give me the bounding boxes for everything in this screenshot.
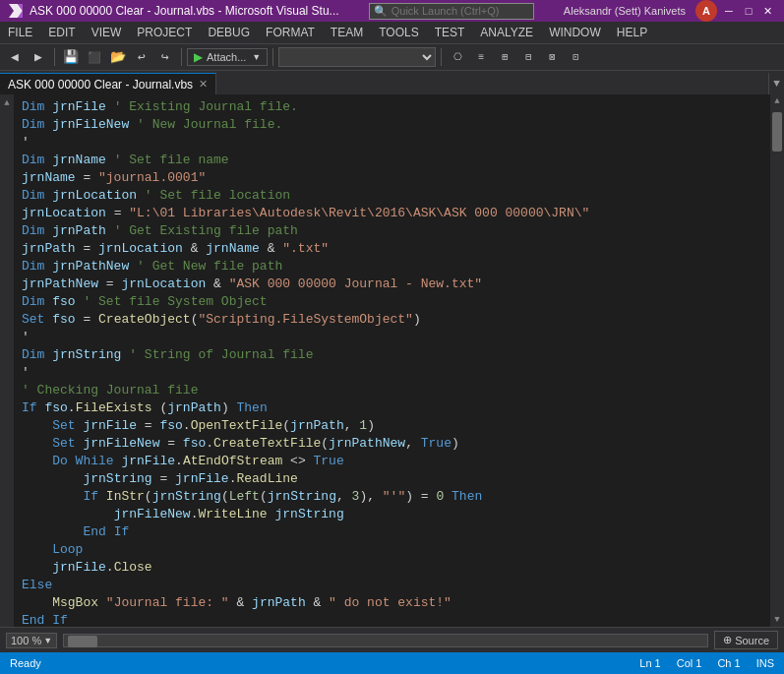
titlebar-controls: Aleksandr (Sett) Kanivets A ─ □ ✕ <box>564 0 776 22</box>
titlebar: ASK 000 00000 Clear - Journal.vbs - Micr… <box>0 0 784 22</box>
code-line: jrnPathNew = jrnLocation & "ASK 000 0000… <box>22 276 770 293</box>
forward-button[interactable]: ▶ <box>28 46 49 68</box>
menu-debug[interactable]: DEBUG <box>200 22 258 43</box>
menu-help[interactable]: HELP <box>609 22 655 43</box>
code-line: Dim jrnFile ' Existing Journal file. <box>22 98 770 116</box>
scroll-down-button[interactable]: ▼ <box>770 613 784 627</box>
menu-tools[interactable]: TOOLS <box>371 22 426 43</box>
code-line: Do While jrnFile.AtEndOfStream <> True <box>22 453 770 470</box>
code-line: jrnFile.Close <box>22 559 770 577</box>
menu-test[interactable]: TEST <box>427 22 473 43</box>
scroll-up-arrow[interactable]: ▲ <box>0 96 14 110</box>
save-button[interactable]: 💾 <box>60 46 82 68</box>
user-avatar: A <box>695 0 717 22</box>
menu-edit[interactable]: EDIT <box>40 22 83 43</box>
toolbar-extra-6[interactable]: ⊡ <box>565 46 586 68</box>
search-icon: 🔍 <box>374 5 388 18</box>
code-content[interactable]: Dim jrnFile ' Existing Journal file.Dim … <box>14 94 770 627</box>
user-name: Aleksandr (Sett) Kanivets <box>564 5 686 17</box>
menu-project[interactable]: PROJECT <box>129 22 200 43</box>
scroll-up-button[interactable]: ▲ <box>770 94 784 108</box>
toolbar-extra-5[interactable]: ⊠ <box>541 46 563 68</box>
code-line: ' <box>22 134 770 152</box>
editor-left-margin: ▲ <box>0 94 14 627</box>
code-line: ' <box>22 329 770 346</box>
tab-label: ASK 000 00000 Clear - Journal.vbs <box>8 78 193 92</box>
code-line: End If <box>22 523 770 541</box>
bottom-bar: 100 % ▼ ⊕ Source <box>0 627 784 652</box>
target-dropdown[interactable] <box>278 47 436 67</box>
scroll-thumb[interactable] <box>772 112 782 152</box>
zoom-control[interactable]: 100 % ▼ <box>6 633 57 648</box>
source-icon: ⊕ <box>723 634 732 646</box>
minimize-button[interactable]: ─ <box>721 3 737 19</box>
search-input[interactable] <box>392 5 529 17</box>
menu-view[interactable]: VIEW <box>84 22 130 43</box>
code-line: jrnString = jrnFile.ReadLine <box>22 470 770 488</box>
save-all-button[interactable]: ⬛ <box>84 46 105 68</box>
toolbar-extra-4[interactable]: ⊟ <box>517 46 539 68</box>
code-line: Set jrnFile = fso.OpenTextFile(jrnPath, … <box>22 417 770 435</box>
status-bar: Ready Ln 1 Col 1 Ch 1 INS <box>0 652 784 674</box>
menu-window[interactable]: WINDOW <box>541 22 609 43</box>
status-right: Ln 1 Col 1 Ch 1 INS <box>639 657 774 669</box>
code-line: Dim jrnName ' Set file name <box>22 152 770 169</box>
status-ln: Ln 1 <box>639 657 660 669</box>
code-line: Dim jrnString ' String of Journal file <box>22 346 770 364</box>
tabbar: ASK 000 00000 Clear - Journal.vbs ✕ ▼ <box>0 71 784 94</box>
status-ready: Ready <box>10 657 41 669</box>
code-line: MsgBox "Journal file: " & jrnPath & " do… <box>22 594 770 612</box>
status-ch: Ch 1 <box>717 657 740 669</box>
vs-logo-icon <box>8 3 24 19</box>
run-button[interactable]: ▶ Attach... ▼ <box>187 48 268 66</box>
h-scroll-thumb[interactable] <box>68 636 97 647</box>
menu-file[interactable]: FILE <box>0 22 40 43</box>
code-line: jrnLocation = "L:\01 Libraries\Autodesk\… <box>22 205 770 222</box>
vertical-scrollbar[interactable]: ▲ ▼ <box>770 94 784 627</box>
code-line: jrnName = "journal.0001" <box>22 169 770 187</box>
menu-analyze[interactable]: ANALYZE <box>472 22 541 43</box>
back-button[interactable]: ◀ <box>4 46 26 68</box>
code-line: Set fso = CreateObject("Scripting.FileSy… <box>22 311 770 329</box>
toolbar: ◀ ▶ 💾 ⬛ 📂 ↩ ↪ ▶ Attach... ▼ ⎔ ≡ ⊞ ⊟ ⊠ ⊡ <box>0 43 784 71</box>
close-button[interactable]: ✕ <box>760 3 776 19</box>
menubar: FILE EDIT VIEW PROJECT DEBUG FORMAT TEAM… <box>0 22 784 43</box>
toolbar-extra-1[interactable]: ⎔ <box>447 46 468 68</box>
run-icon: ▶ <box>194 50 203 64</box>
editor-main[interactable]: Dim jrnFile ' Existing Journal file.Dim … <box>14 94 770 627</box>
open-button[interactable]: 📂 <box>107 46 129 68</box>
redo-button[interactable]: ↪ <box>154 46 176 68</box>
editor-area: ▲ Dim jrnFile ' Existing Journal file.Di… <box>0 94 784 627</box>
toolbar-sep-4 <box>441 48 442 66</box>
code-line: ' Checking Journal file <box>22 382 770 399</box>
menu-format[interactable]: FORMAT <box>258 22 323 43</box>
code-line: Dim jrnLocation ' Set file location <box>22 187 770 205</box>
titlebar-search[interactable]: 🔍 <box>369 3 534 20</box>
titlebar-title: ASK 000 00000 Clear - Journal.vbs - Micr… <box>30 4 339 18</box>
source-button[interactable]: ⊕ Source <box>714 631 778 649</box>
tabbar-scroll-right[interactable]: ▼ <box>768 73 784 94</box>
code-line: jrnPath = jrnLocation & jrnName & ".txt" <box>22 240 770 258</box>
code-line: Set jrnFileNew = fso.CreateTextFile(jrnP… <box>22 435 770 453</box>
code-line: Loop <box>22 541 770 559</box>
status-left: Ready <box>10 657 41 669</box>
tab-close-icon[interactable]: ✕ <box>199 78 208 91</box>
code-line: ' <box>22 364 770 382</box>
editor-tab[interactable]: ASK 000 00000 Clear - Journal.vbs ✕ <box>0 73 216 94</box>
maximize-button[interactable]: □ <box>741 3 756 19</box>
zoom-dropdown-icon: ▼ <box>43 636 52 645</box>
source-label: Source <box>735 635 769 646</box>
undo-button[interactable]: ↩ <box>131 46 152 68</box>
code-line: jrnFileNew.WriteLine jrnString <box>22 506 770 523</box>
titlebar-left: ASK 000 00000 Clear - Journal.vbs - Micr… <box>8 3 339 19</box>
status-col: Col 1 <box>677 657 702 669</box>
run-label: Attach... <box>207 51 246 63</box>
code-line: End If <box>22 612 770 627</box>
horizontal-scrollbar[interactable] <box>63 634 708 647</box>
menu-team[interactable]: TEAM <box>323 22 371 43</box>
toolbar-extra-2[interactable]: ≡ <box>470 46 492 68</box>
code-line: Dim jrnPathNew ' Get New file path <box>22 258 770 276</box>
code-line: Else <box>22 577 770 594</box>
toolbar-extra-3[interactable]: ⊞ <box>494 46 515 68</box>
zoom-value: 100 % <box>11 635 41 646</box>
